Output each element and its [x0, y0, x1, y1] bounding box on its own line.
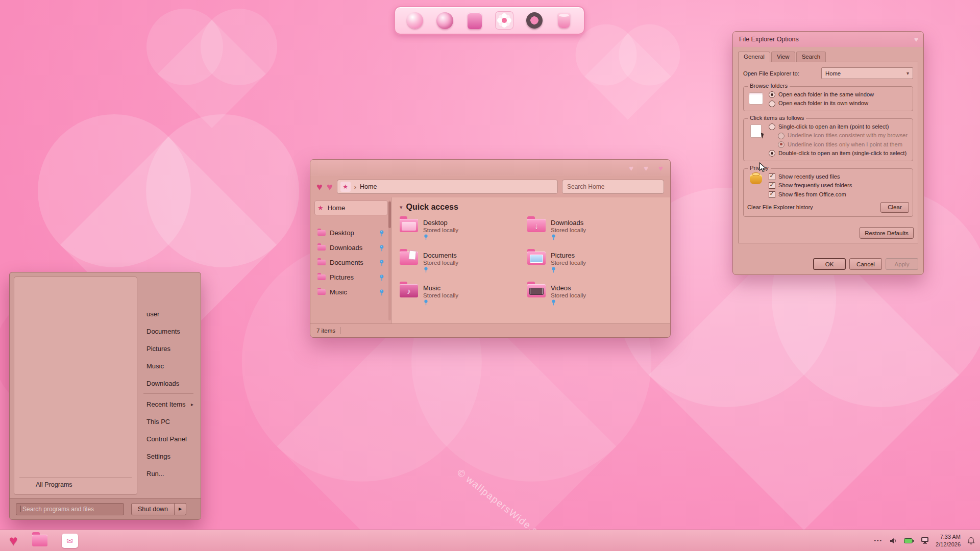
group-title: Click items as follows	[748, 115, 806, 121]
start-menu-item-documents[interactable]: Documents	[139, 322, 198, 340]
start-menu-item-downloads[interactable]: Downloads	[139, 374, 198, 392]
sidebar-item-downloads[interactable]: Downloads	[314, 240, 388, 255]
shutdown-button[interactable]: Shut down	[131, 503, 186, 515]
start-menu-item-music[interactable]: Music	[139, 357, 198, 374]
start-menu-item-this-pc[interactable]: This PC	[139, 413, 198, 430]
clock-date: 2/12/2026	[936, 541, 961, 548]
file-item-music[interactable]: Music Stored locally	[400, 282, 527, 315]
file-item-pictures[interactable]: Pictures Stored locally	[527, 249, 655, 282]
file-item-downloads[interactable]: Downloads Stored locally	[527, 217, 655, 249]
option-label: Underline icon titles only when I point …	[788, 141, 902, 148]
start-search-input[interactable]: Search programs and files	[16, 503, 124, 515]
file-name: Downloads	[551, 219, 586, 227]
sidebar-item-label: Downloads	[330, 244, 375, 252]
start-menu-item-control-panel[interactable]: Control Panel	[139, 430, 198, 447]
tab-view[interactable]: View	[771, 52, 795, 62]
radio-icon	[769, 123, 775, 130]
tray-overflow-dots-icon[interactable]	[874, 538, 883, 543]
dialog-title: File Explorer Options	[739, 36, 799, 43]
sidebar-item-desktop[interactable]: Desktop	[314, 226, 388, 240]
sidebar-item-music[interactable]: Music	[314, 285, 388, 299]
option-label: Show recently used files	[778, 173, 840, 180]
taskbar-explorer-icon[interactable]	[32, 535, 47, 546]
restore-defaults-button[interactable]: Restore Defaults	[860, 227, 914, 239]
address-bar[interactable]: Home	[337, 180, 558, 194]
status-divider	[340, 327, 341, 334]
start-menu-item-user[interactable]: user	[139, 305, 198, 322]
start-menu-bottom-bar: Search programs and files Shut down	[10, 498, 201, 519]
maximize-heart-icon[interactable]	[644, 164, 648, 172]
radio-icon	[769, 101, 775, 107]
file-name: Documents	[423, 252, 458, 259]
breadcrumb-location: Home	[360, 183, 377, 190]
sidebar-item-home[interactable]: Home	[314, 201, 388, 215]
ok-button[interactable]: OK	[813, 258, 846, 270]
minimize-heart-icon[interactable]	[629, 164, 633, 172]
shutdown-options-arrow[interactable]	[175, 503, 186, 515]
forward-heart-icon[interactable]	[327, 182, 333, 192]
wallpaper-heart	[158, 20, 266, 128]
sidebar-scrollbar[interactable]	[388, 201, 391, 320]
start-menu-item-pictures[interactable]: Pictures	[139, 340, 198, 357]
privacy-icon	[747, 173, 765, 198]
option-label: Underline icon titles consistent with my…	[788, 132, 908, 139]
taskbar-mail-app-icon[interactable]	[62, 534, 78, 548]
radio-underline-browser[interactable]: Underline icon titles consistent with my…	[778, 132, 909, 139]
flower-icon[interactable]	[495, 11, 514, 30]
dialog-close-heart-icon[interactable]	[914, 35, 918, 43]
notification-bell-icon[interactable]	[967, 537, 975, 545]
tab-general[interactable]: General	[738, 52, 770, 62]
all-programs-label: All Programs	[36, 481, 72, 488]
start-button-heart-icon[interactable]	[9, 534, 18, 548]
gear-icon[interactable]	[525, 11, 544, 30]
file-item-videos[interactable]: Videos Stored locally	[527, 282, 655, 315]
back-heart-icon[interactable]	[316, 182, 323, 192]
pin-icon	[551, 299, 556, 306]
explorer-titlebar[interactable]	[310, 160, 670, 176]
explorer-file-pane: Quick access Desktop Stored locally	[391, 197, 670, 323]
sidebar-item-documents[interactable]: Documents	[314, 255, 388, 270]
close-heart-icon[interactable]	[658, 164, 663, 172]
checkbox-frequent-folders[interactable]: Show frequently used folders	[769, 182, 909, 189]
taskbar-clock[interactable]: 7:33 AM 2/12/2026	[936, 533, 961, 548]
dialog-titlebar[interactable]: File Explorer Options	[733, 32, 923, 47]
globe-icon[interactable]	[435, 11, 454, 30]
checkbox-recent-files[interactable]: Show recently used files	[769, 173, 909, 180]
battery-icon[interactable]	[904, 538, 914, 544]
radio-open-own-window[interactable]: Open each folder in its own window	[769, 100, 909, 107]
all-programs-button[interactable]: All Programs	[19, 478, 132, 491]
downloads-folder-icon	[527, 219, 546, 232]
option-label: Double-click to open an item (single-cli…	[778, 150, 906, 157]
drive-icon[interactable]	[465, 11, 484, 30]
explorer-search-input[interactable]: Search Home	[562, 180, 664, 194]
browse-folders-icon	[747, 91, 765, 107]
apply-button[interactable]: Apply	[886, 258, 918, 270]
folder-icon	[317, 245, 326, 251]
checkbox-icon	[769, 191, 775, 198]
open-to-dropdown[interactable]: Home	[821, 67, 913, 79]
cancel-button[interactable]: Cancel	[849, 258, 882, 270]
clear-button[interactable]: Clear	[880, 202, 909, 213]
clock-time: 7:33 AM	[936, 533, 961, 540]
start-menu-item-settings[interactable]: Settings	[139, 447, 198, 465]
checkbox-office-files[interactable]: Show files from Office.com	[769, 191, 909, 198]
volume-icon[interactable]	[889, 537, 897, 545]
start-menu-item-recent-items[interactable]: Recent Items	[139, 395, 198, 413]
start-menu-item-run[interactable]: Run...	[139, 465, 198, 482]
quick-access-header[interactable]: Quick access	[400, 203, 662, 212]
tab-search[interactable]: Search	[796, 52, 826, 62]
radio-single-click[interactable]: Single-click to open an item (point to s…	[769, 123, 909, 130]
radio-double-click[interactable]: Double-click to open an item (single-cli…	[769, 150, 909, 157]
sidebar-item-pictures[interactable]: Pictures	[314, 270, 388, 285]
radio-open-same-window[interactable]: Open each folder in the same window	[769, 91, 909, 98]
desktop[interactable]: © wallpapersWide.c Home Search Home	[0, 0, 980, 551]
file-item-desktop[interactable]: Desktop Stored locally	[400, 217, 527, 249]
radio-underline-point[interactable]: Underline icon titles only when I point …	[778, 141, 909, 148]
sidebar-item-label: Home	[328, 204, 385, 212]
dialog-buttons: OK Cancel Apply	[813, 258, 918, 270]
network-icon[interactable]	[921, 537, 929, 544]
home-star-icon	[317, 204, 324, 212]
compact-mirror-icon[interactable]	[405, 11, 425, 30]
cup-icon[interactable]	[554, 11, 574, 30]
file-item-documents[interactable]: Documents Stored locally	[400, 249, 527, 282]
